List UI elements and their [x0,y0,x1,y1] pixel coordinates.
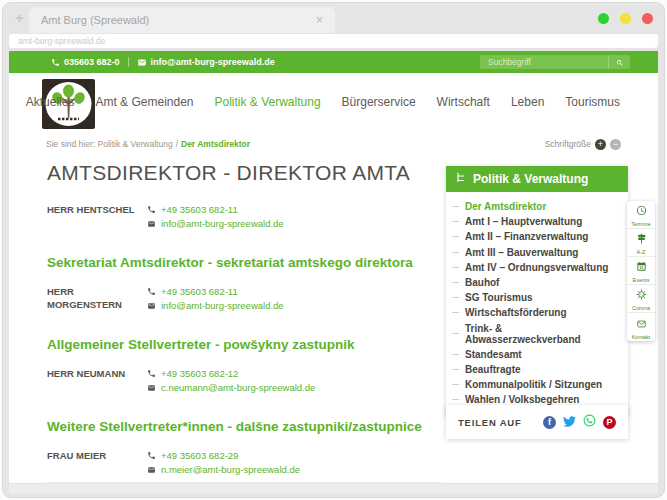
font-decrease-button[interactable]: − [610,139,621,150]
share-label: TEILEN AUF [458,417,522,428]
tab-title: Amt Burg (Spreewald) [41,14,316,26]
quickbar-az-button[interactable]: A-Z [627,229,655,257]
quick-access-bar: Termine A-Z 31 Events [627,201,655,341]
item-dash [452,206,459,207]
contact-phone-link[interactable]: +49 35603 682-12 [161,368,238,379]
sidebar-menu-item[interactable]: Amt I – Hauptverwaltung [446,214,628,229]
section-sekretariat: HERR MORGENSTERN +49 35603 682-11 [47,279,441,318]
sidebar-menu-item[interactable]: Trink- & Abwasserzweckverband [446,321,628,347]
quickbar-kontakt-button[interactable]: Kontakt [627,313,655,341]
calendar-icon: 31 [636,258,647,276]
site-search [480,55,630,69]
pinterest-icon[interactable]: P [603,416,616,429]
item-dash [452,333,459,334]
contact-row: HERR HENTSCHEL +49 35603 682-11 [47,197,441,236]
sidebar-menu-item[interactable]: Standesamt [446,347,628,362]
item-dash [452,282,459,283]
section-sidebar: Politik & Verwaltung Der Amtsdirektor Am… [446,166,628,416]
sidebar-header[interactable]: Politik & Verwaltung [446,166,628,192]
page-title: AMTSDIREKTOR - DIREKTOR AMTA [47,161,441,185]
nav-item[interactable]: Aktuelles [26,95,75,109]
sidebar-menu: Der Amtsdirektor Amt I – Hauptverwaltung… [446,192,628,416]
quickbar-events-button[interactable]: 31 Events [627,257,655,285]
browser-window: + Amt Burg (Spreewald) × amt-burg-spreew… [3,3,664,497]
virus-icon [636,286,647,304]
facebook-icon[interactable]: f [543,416,556,429]
browser-tab[interactable]: Amt Burg (Spreewald) × [29,7,335,33]
contact-name: FRAU MEIER [47,448,147,476]
window-close-light[interactable] [642,13,653,24]
sidebar-menu-item[interactable]: Amt III – Bauverwaltung [446,245,628,260]
search-button[interactable] [608,55,630,69]
item-dash [452,252,459,253]
address-bar[interactable]: amt-burg-spreewald.de [9,34,658,48]
nav-item[interactable]: Leben [511,95,544,109]
quickbar-corona-button[interactable]: Corona [627,285,655,313]
breadcrumb-row: Sie sind hier: Politik & Verwaltung/Der … [9,134,658,154]
section-amtsdirektor: HERR HENTSCHEL +49 35603 682-11 [47,197,441,236]
phone-icon [51,58,60,67]
signpost-icon [636,230,647,248]
envelope-icon [147,296,156,314]
breadcrumb: Sie sind hier: Politik & Verwaltung/Der … [46,139,250,149]
close-tab-icon[interactable]: × [316,13,323,27]
window-minimize-light[interactable] [598,13,609,24]
item-dash [452,236,459,237]
svg-text:31: 31 [639,266,643,270]
topbar-phone-text: 035603 682-0 [64,57,120,67]
nav-item[interactable]: Amt & Gemeinden [95,95,193,109]
sidebar-menu-item[interactable]: Bauhof [446,275,628,290]
item-dash [452,312,459,313]
item-dash [452,267,459,268]
sidebar-menu-item[interactable]: Der Amtsdirektor [446,199,628,214]
contact-name: HERR MORGENSTERN [47,284,147,312]
font-size-label: Schriftgröße [545,139,591,149]
font-size-controls: Schriftgröße + − [545,139,621,150]
clock-icon [636,202,647,220]
envelope-icon [147,378,156,396]
sidebar-menu-item[interactable]: Amt II – Finanzverwaltung [446,229,628,244]
envelope-icon [147,460,156,478]
contact-phone-link[interactable]: +49 35603 682-29 [161,450,238,461]
item-dash [452,369,459,370]
topbar-phone-link[interactable]: 035603 682-0 [51,57,120,67]
contact-name: HERR HENTSCHEL [47,202,147,230]
item-dash [452,297,459,298]
contact-row: HERR NEUMANN +49 35603 682-12 [47,361,441,400]
topbar-email-link[interactable]: info@amt-burg-spreewald.de [137,57,275,67]
new-tab-button[interactable]: + [15,9,24,26]
item-dash [452,354,459,355]
twitter-icon[interactable] [563,413,576,431]
section-heading-stellvertreter: Allgemeiner Stellvertreter - powšykny za… [47,337,441,352]
contact-phone-link[interactable]: +49 35603 682-11 [161,286,238,297]
search-input[interactable] [480,55,608,69]
quickbar-termine-button[interactable]: Termine [627,201,655,229]
contact-email-link[interactable]: n.meier@amt-burg-spreewald.de [161,464,300,475]
sidebar-title: Politik & Verwaltung [473,172,588,186]
sidebar-menu-item[interactable]: SG Tourismus [446,290,628,305]
share-box: TEILEN AUF f P [446,405,628,439]
footer-strip [9,483,658,493]
sidebar-menu-item[interactable]: Wirtschaftsförderung [446,305,628,320]
envelope-icon [147,214,156,232]
nav-item[interactable]: Politik & Verwaltung [215,95,321,109]
sidebar-menu-item[interactable]: Amt IV – Ordnungsverwaltung [446,260,628,275]
contact-phone-link[interactable]: +49 35603 682-11 [161,204,238,215]
sidebar-menu-item[interactable]: Kommunalpolitik / Sitzungen [446,377,628,392]
nav-item[interactable]: Tourismus [565,95,620,109]
contact-email-link[interactable]: info@amt-burg-spreewald.de [161,300,284,311]
search-icon [616,55,624,70]
nav-item[interactable]: Bürgerservice [342,95,416,109]
sitemap-icon [456,172,466,186]
breadcrumb-path[interactable]: Sie sind hier: Politik & Verwaltung [46,139,173,149]
nav-item[interactable]: Wirtschaft [437,95,490,109]
contact-email-link[interactable]: info@amt-burg-spreewald.de [161,218,284,229]
window-restore-light[interactable] [620,13,631,24]
envelope-icon [636,315,647,333]
topbar-email-text: info@amt-burg-spreewald.de [151,57,275,67]
font-increase-button[interactable]: + [595,139,606,150]
contact-email-link[interactable]: c.neumann@amt-burg-spreewald.de [161,382,315,393]
whatsapp-icon[interactable] [583,413,596,431]
sidebar-menu-item[interactable]: Beauftragte [446,362,628,377]
item-dash [452,384,459,385]
